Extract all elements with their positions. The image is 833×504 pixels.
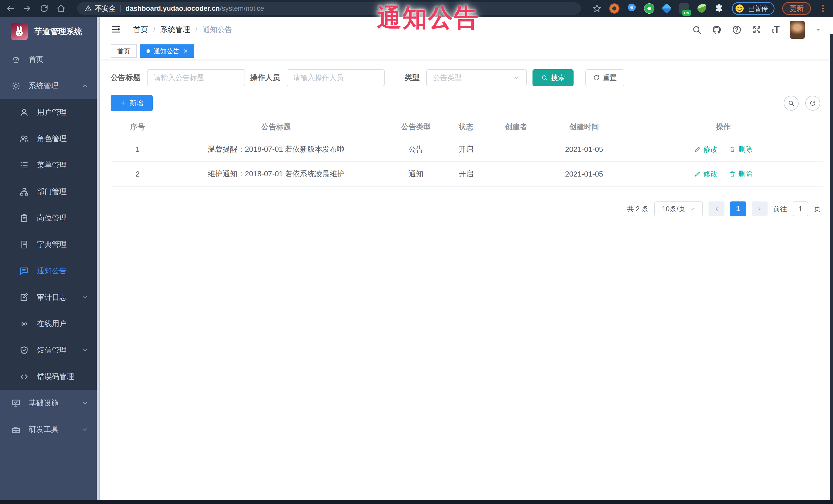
bookmark-star-icon[interactable] (592, 4, 601, 13)
next-page-button[interactable] (752, 201, 767, 216)
extension-green-leaf-icon[interactable] (697, 4, 706, 13)
hamburger-menu-icon[interactable] (111, 24, 121, 35)
table-header-row: 序号公告标题公告类型状态创建者创建时间操作 (111, 117, 823, 137)
sidebar-item-0[interactable]: 首页 (0, 46, 100, 73)
column-header-1: 公告标题 (165, 117, 388, 137)
chevron-right-icon (757, 206, 763, 212)
sidebar-item-8[interactable]: 通知公告 (0, 258, 100, 284)
user-avatar[interactable] (790, 21, 805, 39)
breadcrumb-item-0[interactable]: 首页 (133, 25, 148, 35)
chevron-down-icon (81, 426, 89, 433)
sidebar-item-6[interactable]: 岗位管理 (0, 205, 100, 231)
browser-profile-button[interactable]: 已暂停 (732, 2, 775, 15)
cell-0-5: 2021-01-05 (544, 137, 624, 162)
extension-orange-ring-icon[interactable] (609, 3, 619, 14)
search-icon[interactable] (692, 25, 701, 34)
search-button-label: 搜索 (551, 73, 565, 82)
sidebar-item-label: 角色管理 (37, 134, 67, 144)
cell-1-3: 开启 (444, 162, 488, 186)
title-filter-input[interactable] (147, 69, 245, 86)
cell-0-4 (488, 137, 544, 162)
edit-pen-icon (694, 146, 701, 153)
window-scrollbar[interactable] (830, 34, 833, 504)
toggle-search-button[interactable] (784, 96, 799, 111)
org-tree-icon (20, 187, 29, 196)
goto-page-input[interactable] (793, 201, 808, 216)
column-header-6: 操作 (624, 117, 823, 137)
sidebar-item-13[interactable]: 基础设施 (0, 390, 100, 416)
help-question-icon[interactable] (732, 25, 742, 34)
extension-blue-drop-icon[interactable] (627, 3, 637, 14)
page-number-button[interactable]: 1 (730, 201, 746, 216)
type-filter-label: 类型 (405, 73, 420, 83)
sidebar-item-5[interactable]: 部门管理 (0, 178, 100, 205)
cell-0-3: 开启 (444, 137, 488, 162)
column-header-3: 状态 (444, 117, 488, 137)
sidebar-item-7[interactable]: 字典管理 (0, 231, 100, 258)
search-button[interactable]: 搜索 (532, 69, 574, 86)
add-button-label: 新增 (129, 99, 143, 108)
extension-green-circle-icon[interactable] (644, 3, 654, 14)
sidebar-item-3[interactable]: 角色管理 (0, 125, 100, 152)
gear-icon (11, 81, 21, 91)
online-users-icon (20, 319, 29, 329)
extension-dark-icon[interactable]: on (679, 3, 689, 14)
kebab-menu-icon[interactable] (818, 4, 827, 13)
add-button[interactable]: 新增 (111, 95, 153, 111)
forward-arrow-icon[interactable] (23, 4, 32, 13)
cell-1-4 (488, 162, 544, 186)
edit-link[interactable]: 修改 (694, 169, 718, 179)
warning-triangle-icon (85, 5, 92, 12)
badge-icon (20, 214, 29, 223)
edit-link-label: 修改 (704, 169, 718, 179)
font-size-icon[interactable]: tT (772, 24, 780, 35)
tab-1[interactable]: 通知公告× (140, 44, 194, 58)
page-size-select[interactable]: 10条/页 (654, 201, 703, 216)
sidebar: 芋道管理系统 首页系统管理用户管理角色管理菜单管理部门管理岗位管理字典管理通知公… (0, 17, 100, 504)
cell-1-5: 2021-01-05 (544, 162, 624, 186)
active-tab-dot (146, 49, 150, 53)
sidebar-scrollbar[interactable] (97, 17, 100, 504)
extension-blue-diamond-icon[interactable] (662, 3, 672, 14)
address-bar[interactable]: 不安全 dashboard.yudao.iocoder.cn/system/no… (77, 2, 581, 15)
sms-shield-icon (20, 346, 29, 355)
reset-button[interactable]: 重置 (585, 69, 624, 86)
sidebar-item-10[interactable]: 在线用户 (0, 311, 100, 337)
page-unit-label: 页 (814, 204, 821, 214)
home-icon[interactable] (56, 4, 66, 13)
sidebar-item-11[interactable]: 短信管理 (0, 337, 100, 363)
caret-down-icon[interactable] (815, 26, 822, 33)
pagination-total: 共 2 条 (627, 204, 648, 214)
edit-link[interactable]: 修改 (694, 144, 718, 154)
sidebar-item-12[interactable]: 错误码管理 (0, 363, 100, 390)
search-icon (788, 100, 794, 106)
chevron-down-icon (513, 74, 520, 81)
profile-emoji-avatar (735, 4, 744, 13)
sidebar-item-2[interactable]: 用户管理 (0, 99, 100, 125)
dashboard-icon (11, 55, 21, 64)
sidebar-item-4[interactable]: 菜单管理 (0, 152, 100, 178)
type-filter-select[interactable]: 公告类型 (426, 69, 527, 86)
fullscreen-icon[interactable] (752, 25, 762, 34)
security-status[interactable]: 不安全 (85, 4, 116, 13)
delete-link[interactable]: 删除 (729, 169, 753, 179)
tab-0[interactable]: 首页 (111, 44, 137, 58)
operator-filter-input[interactable] (287, 69, 385, 86)
back-arrow-icon[interactable] (6, 4, 15, 13)
browser-update-button[interactable]: 更新 (782, 2, 811, 15)
delete-link[interactable]: 删除 (729, 144, 753, 154)
sidebar-item-14[interactable]: 研发工具 (0, 416, 100, 443)
refresh-table-button[interactable] (805, 96, 820, 111)
tab-close-icon[interactable]: × (184, 47, 188, 55)
sidebar-item-1[interactable]: 系统管理 (0, 73, 100, 99)
sidebar-item-label: 短信管理 (37, 345, 67, 355)
extensions-puzzle-icon[interactable] (714, 3, 724, 14)
breadcrumb-item-1[interactable]: 系统管理 (160, 25, 190, 35)
sidebar-logo-row[interactable]: 芋道管理系统 (0, 17, 100, 46)
users-icon (20, 134, 29, 143)
github-icon[interactable] (712, 25, 722, 34)
sidebar-item-9[interactable]: 审计日志 (0, 284, 100, 311)
operator-filter-label: 操作人员 (250, 73, 280, 83)
reload-icon[interactable] (40, 4, 49, 13)
prev-page-button[interactable] (709, 201, 724, 216)
